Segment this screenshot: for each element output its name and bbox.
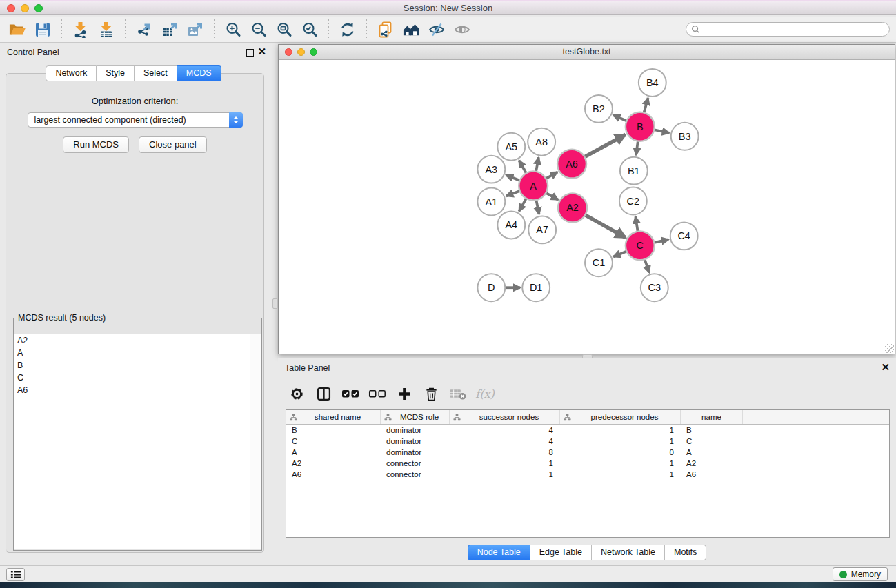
table-cell[interactable]: 1 xyxy=(560,470,681,478)
column-header-successor-nodes[interactable]: successor nodes xyxy=(450,410,560,424)
edge-C-C3[interactable] xyxy=(644,258,649,272)
table-cell[interactable]: connector xyxy=(381,459,450,467)
delete-icon[interactable] xyxy=(422,385,440,403)
table-cell[interactable]: A xyxy=(681,448,743,456)
result-item[interactable]: C xyxy=(14,372,261,384)
tab-mcds[interactable]: MCDS xyxy=(177,65,221,81)
minimize-window-icon[interactable] xyxy=(21,4,29,12)
edge-C-C2[interactable] xyxy=(635,216,638,232)
table-cell[interactable]: B xyxy=(681,426,743,434)
edge-A2-C[interactable] xyxy=(584,214,626,238)
close-panel-button[interactable]: Close panel xyxy=(139,136,207,153)
eye-slash-icon[interactable] xyxy=(424,19,449,41)
eye-icon[interactable] xyxy=(449,19,475,41)
close-table-panel-icon[interactable]: ✕ xyxy=(881,361,890,374)
edge-C-C4[interactable] xyxy=(653,239,668,243)
export-table-icon[interactable] xyxy=(157,19,182,41)
close-window-icon[interactable] xyxy=(7,4,15,12)
gear-icon[interactable] xyxy=(288,385,306,403)
open-session-icon[interactable] xyxy=(4,19,30,41)
export-image-icon[interactable] xyxy=(182,19,208,41)
network-window-titlebar[interactable]: testGlobe.txt xyxy=(279,45,895,60)
import-network-icon[interactable] xyxy=(68,19,93,41)
window-resize-grip[interactable] xyxy=(885,344,894,353)
table-cell[interactable]: 1 xyxy=(450,470,560,478)
table-cell[interactable]: A6 xyxy=(681,470,743,478)
table-cell[interactable]: C xyxy=(681,437,743,445)
table-cell[interactable]: 4 xyxy=(450,426,560,434)
table-cell[interactable]: A2 xyxy=(286,459,381,467)
result-item[interactable]: A2 xyxy=(14,334,261,347)
select-all-icon[interactable] xyxy=(341,385,359,403)
run-mcds-button[interactable]: Run MCDS xyxy=(63,136,129,153)
table-cell[interactable]: B xyxy=(286,426,381,434)
float-panel-icon[interactable] xyxy=(246,49,254,57)
tab-network[interactable]: Network xyxy=(46,65,97,81)
column-header-predecessor-nodes[interactable]: predecessor nodes xyxy=(560,410,681,424)
zoom-selected-icon[interactable] xyxy=(297,19,322,41)
table-tab-motifs[interactable]: Motifs xyxy=(665,545,706,560)
edge-C-C1[interactable] xyxy=(613,251,628,257)
houses-icon[interactable] xyxy=(398,19,424,41)
zoom-out-icon[interactable] xyxy=(246,19,271,41)
vertical-splitter-grip[interactable] xyxy=(272,298,278,309)
table-cell[interactable]: connector xyxy=(381,470,450,478)
network-minimize-icon[interactable] xyxy=(297,48,305,56)
close-panel-icon[interactable]: ✕ xyxy=(257,45,266,59)
deselect-all-icon[interactable] xyxy=(368,385,386,403)
table-cell[interactable]: 1 xyxy=(560,459,681,467)
network-zoom-icon[interactable] xyxy=(310,48,317,56)
column-header-shared-name[interactable]: shared name xyxy=(286,410,381,424)
duplicate-network-icon[interactable] xyxy=(372,19,398,41)
network-close-icon[interactable] xyxy=(285,48,292,56)
column-header-name[interactable]: name xyxy=(681,410,743,424)
edge-B-B2[interactable] xyxy=(613,115,628,121)
zoom-in-icon[interactable] xyxy=(220,19,246,41)
add-icon[interactable] xyxy=(395,385,413,403)
save-session-icon[interactable] xyxy=(30,19,55,41)
edge-A-A5[interactable] xyxy=(519,161,526,174)
network-canvas[interactable]: B4B2BB3A8A5A6A3B1AA1C2A2A4A7C4CC1C3DD1 xyxy=(279,60,895,354)
table-cell[interactable]: 0 xyxy=(560,448,681,456)
edge-A-A1[interactable] xyxy=(506,190,521,196)
edge-A-A3[interactable] xyxy=(506,175,521,181)
zoom-fit-icon[interactable] xyxy=(271,19,297,41)
column-header-mcds-role[interactable]: MCDS role xyxy=(381,410,450,424)
import-table-icon[interactable] xyxy=(93,19,119,41)
edge-B-B3[interactable] xyxy=(653,130,669,133)
zoom-window-icon[interactable] xyxy=(34,4,43,12)
table-cell[interactable]: A xyxy=(286,448,381,456)
edge-B-B4[interactable] xyxy=(644,98,648,114)
table-row[interactable]: Bdominator41B xyxy=(286,425,889,436)
tab-style[interactable]: Style xyxy=(97,65,135,81)
memory-button[interactable]: Memory xyxy=(833,567,888,581)
table-cell[interactable]: A2 xyxy=(681,459,743,467)
table-cell[interactable]: 8 xyxy=(450,448,560,456)
table-row[interactable]: Cdominator41C xyxy=(286,436,889,447)
table-row[interactable]: Adominator80A xyxy=(286,447,889,458)
network-graph[interactable]: B4B2BB3A8A5A6A3B1AA1C2A2A4A7C4CC1C3DD1 xyxy=(279,60,895,354)
table-cell[interactable]: 4 xyxy=(450,437,560,445)
edge-B-B1[interactable] xyxy=(636,140,638,155)
columns-icon[interactable] xyxy=(315,385,332,403)
table-cell[interactable]: dominator xyxy=(381,437,450,445)
table-cell[interactable]: 1 xyxy=(560,426,681,434)
edge-A-A8[interactable] xyxy=(536,157,539,173)
edge-A-A4[interactable] xyxy=(519,197,526,211)
table-row[interactable]: A2connector11A2 xyxy=(286,458,889,469)
result-item[interactable]: A6 xyxy=(14,384,261,396)
table-cell[interactable]: dominator xyxy=(381,426,450,434)
export-network-icon[interactable] xyxy=(131,19,157,41)
mcds-result-list[interactable]: A2ABCA6 xyxy=(14,334,261,549)
edge-A6-B[interactable] xyxy=(584,134,626,157)
optimization-criterion-select[interactable]: largest connected component (directed) xyxy=(28,112,243,128)
table-tab-network-table[interactable]: Network Table xyxy=(592,545,665,560)
search-box[interactable] xyxy=(686,22,890,37)
float-table-panel-icon[interactable] xyxy=(870,365,877,372)
table-cell[interactable]: dominator xyxy=(381,448,450,456)
table-cell[interactable]: C xyxy=(286,437,381,445)
result-item[interactable]: A xyxy=(14,347,261,359)
task-history-button[interactable] xyxy=(6,568,25,581)
table-cell[interactable]: 1 xyxy=(450,459,560,467)
result-scrollbar[interactable] xyxy=(250,334,261,549)
